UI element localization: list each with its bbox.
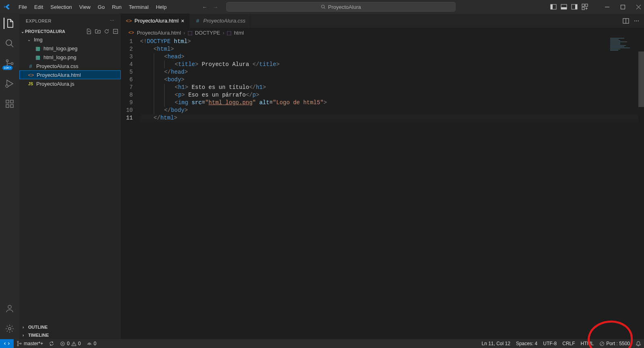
file-html-logo-jpeg[interactable]: ▦ html_logo.jpeg — [19, 44, 121, 53]
svg-point-34 — [17, 345, 19, 346]
chevron-right-icon: › — [223, 30, 224, 36]
maximize-icon[interactable] — [621, 5, 625, 9]
project-header[interactable]: ⌄ PROYECTOALURA — [19, 28, 121, 35]
chevron-right-icon: › — [184, 30, 185, 36]
tab-proyectoalura-css[interactable]: # ProyectoAlura.css — [190, 14, 251, 28]
svg-point-40 — [74, 345, 74, 345]
close-icon[interactable] — [636, 5, 641, 9]
file-html-logo-png[interactable]: ▦ html_logo.png — [19, 53, 121, 62]
svg-point-0 — [322, 5, 325, 8]
js-file-icon: JS — [27, 82, 34, 86]
tab-proyectoalura-html[interactable]: <> ProyectoAlura.html × — [121, 14, 190, 28]
menu-file[interactable]: File — [15, 2, 30, 12]
svg-point-28 — [8, 327, 11, 330]
image-file-icon: ▦ — [35, 45, 41, 51]
scrollbar-thumb[interactable] — [638, 51, 644, 107]
file-proyectoalura-html[interactable]: <> ProyectoAlura.html — [19, 70, 121, 79]
nav-forward-icon[interactable]: → — [213, 4, 218, 10]
live-server-status[interactable]: Port : 5500 — [597, 339, 633, 348]
split-editor-icon[interactable] — [623, 18, 629, 24]
activity-explorer-icon[interactable] — [4, 18, 15, 29]
activity-search-icon[interactable] — [4, 38, 15, 49]
activity-settings-icon[interactable] — [4, 323, 15, 334]
minimap[interactable] — [610, 37, 638, 54]
eol-status[interactable]: CRLF — [559, 339, 578, 348]
minimize-icon[interactable] — [605, 5, 609, 9]
branch-indicator[interactable]: master*+ — [14, 339, 46, 348]
svg-point-41 — [89, 344, 90, 345]
menu-selection[interactable]: Selection — [47, 2, 75, 12]
svg-point-19 — [6, 60, 8, 62]
collapse-icon[interactable] — [113, 29, 118, 34]
sync-indicator[interactable] — [46, 339, 57, 348]
warnings-count: 0 — [78, 341, 81, 346]
command-center[interactable]: ProyectoAlura — [226, 2, 456, 12]
file-proyectoalura-css[interactable]: # ProyectoAlura.css — [19, 62, 121, 70]
code-editor[interactable]: 1234567891011 <!DOCTYPE html> <html> <he… — [121, 37, 644, 339]
svg-rect-24 — [6, 105, 9, 107]
refresh-icon[interactable] — [104, 29, 109, 34]
layout-panel-icon[interactable] — [561, 4, 567, 10]
chevron-right-icon: › — [23, 325, 27, 329]
svg-point-27 — [8, 305, 11, 309]
more-actions-icon[interactable]: ⋯ — [634, 18, 639, 24]
indentation-status[interactable]: Spaces: 4 — [513, 339, 540, 348]
notifications-icon[interactable] — [633, 339, 644, 348]
new-file-icon[interactable] — [86, 29, 92, 34]
menu-go[interactable]: Go — [95, 2, 108, 12]
menu-terminal[interactable]: Terminal — [126, 2, 152, 12]
svg-rect-26 — [10, 100, 13, 103]
activity-source-control-icon[interactable]: 10K+ — [4, 58, 15, 69]
title-bar: File Edit Selection View Go Run Terminal… — [0, 0, 644, 14]
line-number-gutter: 1234567891011 — [121, 37, 140, 339]
file-label: html_logo.jpeg — [43, 45, 78, 51]
svg-point-33 — [17, 341, 19, 342]
editor-tabs: <> ProyectoAlura.html × # ProyectoAlura.… — [121, 14, 644, 28]
css-file-icon: # — [194, 18, 201, 24]
menu-run[interactable]: Run — [109, 2, 125, 12]
image-file-icon: ▦ — [35, 54, 41, 60]
scm-badge: 10K+ — [2, 66, 12, 70]
activity-run-icon[interactable] — [4, 78, 15, 89]
file-label: html_logo.png — [43, 54, 76, 60]
ports-indicator[interactable]: 0 — [84, 339, 99, 348]
menu-help[interactable]: Help — [153, 2, 170, 12]
outline-section[interactable]: › OUTLINE — [19, 323, 121, 331]
remote-indicator[interactable] — [0, 339, 14, 348]
menu-view[interactable]: View — [76, 2, 94, 12]
menu-edit[interactable]: Edit — [31, 2, 46, 12]
svg-rect-7 — [575, 4, 577, 9]
explorer-title: EXPLORER — [26, 19, 52, 23]
breadcrumb-item[interactable]: DOCTYPE — [195, 30, 220, 36]
editor-scrollbar[interactable] — [638, 37, 644, 339]
folder-img[interactable]: ⌄ Img — [19, 35, 121, 44]
search-text: ProyectoAlura — [328, 4, 361, 10]
layout-sidebar-right-icon[interactable] — [571, 4, 578, 10]
new-folder-icon[interactable] — [95, 29, 101, 34]
problems-indicator[interactable]: 0 0 — [57, 339, 83, 348]
file-proyectoalura-js[interactable]: JS ProyectoAlura.js — [19, 79, 121, 88]
cursor-position[interactable]: Ln 11, Col 12 — [479, 339, 513, 348]
outline-label: OUTLINE — [28, 325, 47, 329]
project-name: PROYECTOALURA — [25, 29, 65, 34]
activity-extensions-icon[interactable] — [4, 98, 15, 109]
explorer-more-icon[interactable]: ⋯ — [110, 18, 115, 23]
symbol-icon: ⬚ — [188, 30, 192, 36]
breadcrumb-item[interactable]: html — [234, 30, 244, 36]
ports-count: 0 — [94, 341, 97, 346]
breadcrumb-item[interactable]: ProyectoAlura.html — [137, 30, 181, 36]
tab-close-icon[interactable]: × — [181, 18, 184, 24]
encoding-status[interactable]: UTF-8 — [540, 339, 559, 348]
nav-back-icon[interactable]: ← — [202, 4, 207, 10]
folder-label: Img — [34, 37, 43, 43]
activity-account-icon[interactable] — [4, 303, 15, 314]
tab-label: ProyectoAlura.css — [203, 18, 246, 24]
layout-customize-icon[interactable] — [582, 4, 588, 10]
explorer-header: EXPLORER ⋯ — [19, 14, 121, 28]
breadcrumb[interactable]: <> ProyectoAlura.html › ⬚ DOCTYPE › ⬚ ht… — [121, 28, 644, 37]
timeline-label: TIMELINE — [28, 333, 49, 338]
timeline-section[interactable]: › TIMELINE — [19, 331, 121, 339]
code-content[interactable]: <!DOCTYPE html> <html> <head> <title> Pr… — [140, 37, 644, 339]
language-status[interactable]: HTML — [578, 339, 597, 348]
layout-sidebar-left-icon[interactable] — [550, 4, 557, 10]
